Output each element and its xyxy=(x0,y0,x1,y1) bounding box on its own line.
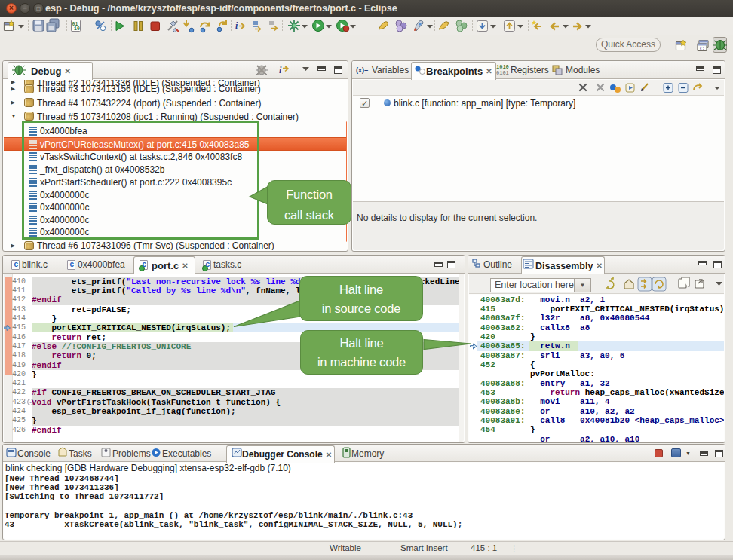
svg-text:C: C xyxy=(700,45,704,52)
svg-text:0101: 0101 xyxy=(496,70,509,76)
svg-text:10: 10 xyxy=(74,26,80,32)
svg-text:i: i xyxy=(279,65,282,75)
svg-text:1010: 1010 xyxy=(496,64,509,70)
svg-text:i: i xyxy=(235,20,238,31)
svg-text:(x)=: (x)= xyxy=(356,66,368,74)
